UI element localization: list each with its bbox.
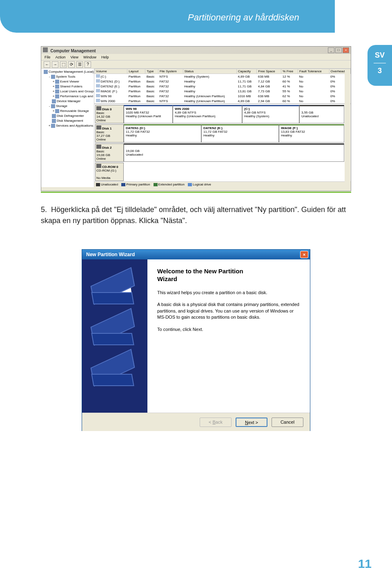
folder-icon xyxy=(55,85,59,89)
menu-action[interactable]: Action xyxy=(56,55,66,59)
volume-row[interactable]: (C:)PartitionBasicNTFSHealthy (System)4,… xyxy=(95,74,351,79)
green-underline xyxy=(41,192,351,193)
column-header[interactable]: % Free xyxy=(281,69,298,74)
main-panel: VolumeLayoutTypeFile SystemStatusCapacit… xyxy=(94,69,351,187)
volume-row[interactable]: DATEN2 (E:)PartitionBasicFAT32Healthy11,… xyxy=(95,84,351,89)
help-icon[interactable]: ? xyxy=(85,61,91,68)
tree-local-users[interactable]: +Local Users and Groups xyxy=(42,89,93,94)
wizard-close-button[interactable]: × xyxy=(300,251,308,258)
column-header[interactable]: Fault Tolerance xyxy=(298,69,330,74)
disk-icon xyxy=(90,313,135,349)
tree-defrag[interactable]: Disk Defragmenter xyxy=(42,114,93,118)
tree-storage[interactable]: -Storage xyxy=(42,104,93,109)
disk-graphical-view: Disk 0Basic14,32 GBOnlineWIN 981020 MB F… xyxy=(94,103,351,181)
column-header[interactable]: Type xyxy=(145,69,158,74)
next-button[interactable]: Next > xyxy=(236,418,267,427)
column-header[interactable]: File System xyxy=(158,69,183,74)
tree-services[interactable]: +Services and Applications xyxy=(42,123,93,128)
volume-icon xyxy=(96,79,100,83)
tools-icon xyxy=(51,75,55,79)
disk-header[interactable]: CD-ROM 0CD-ROM (G:)No Media xyxy=(95,163,124,181)
disk-header[interactable]: Disk 2Basic19,08 GBOnline xyxy=(95,143,124,162)
users-icon xyxy=(55,89,59,94)
tree-panel: Computer Management (Local) -System Tool… xyxy=(41,69,94,187)
new-partition-wizard: New Partition Wizard × Welcome to the Ne… xyxy=(82,249,310,431)
window-controls: _ □ × xyxy=(328,47,349,53)
tree-device-mgr[interactable]: Device Manager xyxy=(42,99,93,104)
close-button[interactable]: × xyxy=(343,47,349,53)
partition-block[interactable]: DATEN1 (D:)11,72 GB FAT32Healthy xyxy=(124,124,201,143)
disk-drive-icon xyxy=(96,145,101,149)
volume-row[interactable]: WIN 2000PartitionBasicNTFSHealthy (Unkno… xyxy=(95,98,351,103)
chapter-number: 3 xyxy=(368,67,392,75)
partition-block[interactable]: IMAGE (F:)13,83 GB FAT32Healthy xyxy=(279,124,344,143)
menu-window[interactable]: Window xyxy=(83,55,96,59)
partition-block[interactable]: 19,08 GBUnallocated xyxy=(124,143,344,162)
volume-icon xyxy=(96,94,100,97)
disk-icon xyxy=(90,272,135,308)
minimize-button[interactable]: _ xyxy=(328,47,334,53)
wizard-footer: < Back Next > Cancel xyxy=(82,413,310,431)
menu-view[interactable]: View xyxy=(71,55,78,59)
wizard-para-1: This wizard helps you create a partition… xyxy=(157,290,300,296)
disk-row: Disk 2Basic19,08 GBOnline19,08 GBUnalloc… xyxy=(95,143,350,162)
wizard-sidebar xyxy=(82,259,147,413)
tree-disk-mgmt[interactable]: Disk Management xyxy=(42,118,93,123)
menu-file[interactable]: File xyxy=(45,55,51,59)
volume-header-row: VolumeLayoutTypeFile SystemStatusCapacit… xyxy=(95,69,351,74)
disk-icon xyxy=(90,353,135,390)
cancel-button[interactable]: Cancel xyxy=(272,418,303,427)
back-icon[interactable]: ← xyxy=(44,61,50,68)
volume-icon xyxy=(96,84,100,87)
partition-block[interactable]: 3,55 GBUnallocated xyxy=(299,105,344,123)
wizard-body: Welcome to the New Partition Wizard This… xyxy=(82,259,310,413)
wizard-titlebar: New Partition Wizard × xyxy=(82,250,310,259)
up-icon[interactable]: ⬚ xyxy=(60,61,67,68)
disk-header[interactable]: Disk 0Basic14,32 GBOnline xyxy=(95,105,124,123)
column-header[interactable]: Capacity xyxy=(236,69,256,74)
column-header[interactable]: Layout xyxy=(127,69,145,74)
app-icon xyxy=(43,47,48,52)
disk-drive-icon xyxy=(96,106,101,110)
partition-block[interactable]: WIN 20004,89 GB NTFSHealthy (Unknown Par… xyxy=(173,105,242,123)
tree-perf-logs[interactable]: +Performance Logs and Alerts xyxy=(42,94,93,99)
cm-body: Computer Management (Local) -System Tool… xyxy=(41,69,351,187)
column-header[interactable]: Free Space xyxy=(257,69,281,74)
tree-root[interactable]: Computer Management (Local) xyxy=(42,69,93,74)
refresh-icon[interactable]: ⟳ xyxy=(68,61,75,68)
maximize-button[interactable]: □ xyxy=(335,47,342,53)
disk-row: Disk 1Basic37,27 GBOnlineDATEN1 (D:)11,7… xyxy=(95,124,350,143)
partition-block[interactable]: (C:)4,89 GB NTFSHealthy (System) xyxy=(242,105,299,123)
volume-row[interactable]: WIN 98PartitionBasicFAT32Healthy (Unknow… xyxy=(95,94,351,98)
legend-unalloc-icon xyxy=(96,183,100,186)
menu-help[interactable]: Help xyxy=(101,55,109,59)
scrollbar[interactable] xyxy=(345,69,350,188)
disk-row: Disk 0Basic14,32 GBOnlineWIN 981020 MB F… xyxy=(95,105,350,123)
volume-row[interactable]: IMAGE (F:)PartitionBasicFAT32Healthy13,8… xyxy=(95,89,351,94)
disk-header[interactable]: Disk 1Basic37,27 GBOnline xyxy=(95,124,124,143)
tree-system-tools[interactable]: -System Tools xyxy=(42,74,93,79)
event-icon xyxy=(55,80,59,84)
diskmgmt-icon xyxy=(52,119,56,123)
step-text: Högerklicka på det "Ej tilldelade" områd… xyxy=(41,206,346,225)
volume-icon xyxy=(96,89,100,92)
tree-event-viewer[interactable]: +Event Viewer xyxy=(42,79,93,84)
partition-block[interactable]: WIN 981020 MB FAT32Healthy (Unknown Part… xyxy=(124,105,173,123)
wizard-content: Welcome to the New Partition Wizard This… xyxy=(147,259,310,413)
device-icon xyxy=(52,99,56,103)
column-header[interactable]: Status xyxy=(183,69,236,74)
column-header[interactable]: Volume xyxy=(95,69,127,74)
wizard-para-3: To continue, click Next. xyxy=(157,326,300,333)
partition-block[interactable]: DATEN2 (E:)11,72 GB FAT32Healthy xyxy=(201,124,279,143)
volume-row[interactable]: DATEN1 (D:)PartitionBasicFAT32Healthy11,… xyxy=(95,79,351,84)
tree-shared-folders[interactable]: +Shared Folders xyxy=(42,84,93,89)
language-badge: SV xyxy=(368,51,392,60)
page-header-title: Partitionering av hårddisken xyxy=(188,12,299,23)
tree-removable[interactable]: +Removable Storage xyxy=(42,109,93,114)
properties-icon[interactable]: ☰ xyxy=(76,61,83,68)
forward-icon[interactable]: → xyxy=(52,61,58,68)
disk-drive-icon xyxy=(96,125,101,130)
menubar: File Action View Window Help xyxy=(41,54,351,60)
wizard-para-2: A basic disk is a physical disk that con… xyxy=(157,302,300,320)
header-bar: Partitionering av hårddisken xyxy=(0,0,335,33)
